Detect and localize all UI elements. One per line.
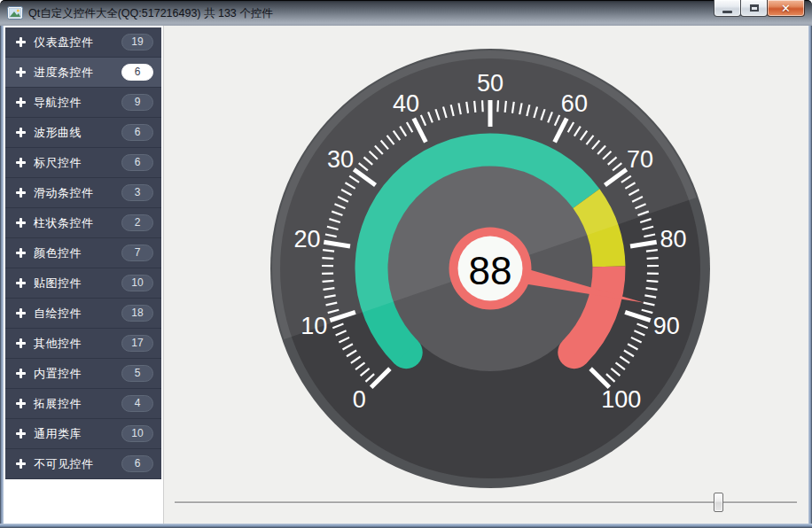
sidebar-item[interactable]: 进度条控件 6: [5, 58, 161, 88]
sidebar-item[interactable]: 颜色控件 7: [5, 238, 161, 268]
window-frame-bottom: [0, 524, 812, 528]
sidebar-item-label: 进度条控件: [34, 65, 94, 81]
sidebar-item[interactable]: 拓展控件 4: [5, 389, 161, 419]
value-slider-track[interactable]: [175, 501, 797, 504]
sidebar-item[interactable]: 柱状条控件 2: [5, 208, 161, 238]
sidebar-item-count-badge: 5: [121, 365, 153, 382]
plus-icon[interactable]: [16, 429, 26, 439]
minimize-button[interactable]: [714, 0, 741, 17]
sidebar-item-label: 内置控件: [34, 366, 82, 382]
gauge-progress-widget: 010203040506070809010088: [270, 49, 710, 488]
sidebar-item-count-badge: 9: [121, 94, 153, 111]
plus-icon[interactable]: [16, 459, 26, 469]
window-frame-right: [808, 26, 812, 528]
sidebar-item[interactable]: 导航控件 9: [5, 88, 161, 118]
plus-icon[interactable]: [16, 128, 26, 137]
sidebar-item-label: 自绘控件: [34, 306, 82, 322]
sidebar-item[interactable]: 不可见控件 6: [5, 449, 161, 479]
sidebar-item[interactable]: 波形曲线 6: [5, 118, 161, 148]
close-button[interactable]: ✕: [767, 0, 805, 17]
value-slider-handle[interactable]: [714, 493, 723, 512]
sidebar-item-label: 波形曲线: [34, 125, 82, 141]
sidebar-item-count-badge: 17: [121, 335, 153, 352]
sidebar-item-count-badge: 6: [121, 124, 153, 141]
plus-icon[interactable]: [16, 158, 26, 167]
maximize-icon: [750, 4, 759, 12]
sidebar-item-label: 拓展控件: [34, 396, 82, 412]
plus-icon[interactable]: [16, 188, 26, 198]
plus-icon[interactable]: [16, 308, 26, 318]
plus-icon[interactable]: [16, 278, 26, 288]
sidebar-item[interactable]: 标尺控件 6: [5, 148, 161, 178]
svg-text:90: 90: [653, 313, 680, 339]
plus-icon[interactable]: [16, 37, 26, 47]
sidebar-item-label: 其他控件: [34, 336, 82, 352]
sidebar-item-label: 颜色控件: [34, 245, 82, 261]
minimize-icon: [722, 11, 732, 13]
svg-text:0: 0: [353, 386, 366, 413]
sidebar-item-count-badge: 19: [121, 34, 153, 50]
sidebar-item-label: 滑动条控件: [34, 185, 94, 201]
app-window: Qt自定义控件大全(QQ:517216493) 共 133 个控件 ✕ 仪表盘控…: [0, 0, 812, 528]
app-icon: [7, 6, 23, 19]
sidebar-item[interactable]: 仪表盘控件 19: [5, 27, 161, 58]
sidebar-item[interactable]: 通用类库 10: [5, 419, 161, 449]
plus-icon[interactable]: [16, 67, 26, 77]
sidebar-item-count-badge: 7: [121, 245, 153, 261]
sidebar-item[interactable]: 其他控件 17: [5, 329, 161, 359]
sidebar-item-label: 不可见控件: [34, 456, 94, 472]
sidebar-item-count-badge: 6: [121, 455, 153, 472]
sidebar-item-label: 仪表盘控件: [34, 35, 94, 50]
window-controls: ✕: [714, 0, 805, 17]
svg-text:100: 100: [601, 386, 641, 413]
close-icon: ✕: [781, 3, 791, 14]
sidebar-item-label: 柱状条控件: [34, 215, 94, 231]
sidebar-item-label: 标尺控件: [34, 155, 82, 171]
sidebar-item-count-badge: 10: [121, 275, 153, 291]
sidebar-item-label: 通用类库: [34, 426, 82, 442]
sidebar-item-count-badge: 3: [121, 184, 153, 201]
sidebar-item-count-badge: 2: [121, 214, 153, 231]
sidebar-item-label: 贴图控件: [34, 276, 82, 291]
sidebar-item[interactable]: 自绘控件 18: [5, 299, 161, 329]
plus-icon[interactable]: [16, 338, 26, 348]
plus-icon[interactable]: [16, 97, 26, 107]
plus-icon[interactable]: [16, 369, 26, 378]
window-content: 仪表盘控件 19 进度条控件 6 导航控件 9 波形曲线 6 标尺控件 6 滑动: [4, 26, 808, 524]
sidebar-item-count-badge: 10: [121, 425, 153, 442]
sidebar-item[interactable]: 滑动条控件 3: [5, 178, 161, 208]
sidebar-category-list: 仪表盘控件 19 进度条控件 6 导航控件 9 波形曲线 6 标尺控件 6 滑动: [4, 26, 164, 524]
window-title: Qt自定义控件大全(QQ:517216493) 共 133 个控件: [28, 0, 273, 26]
sidebar-item-count-badge: 18: [121, 305, 153, 322]
sidebar-item-count-badge: 6: [121, 154, 153, 171]
plus-icon[interactable]: [16, 218, 26, 228]
maximize-button[interactable]: [740, 0, 768, 17]
gauge-value-text: 88: [469, 249, 512, 292]
main-panel: 010203040506070809010088: [164, 26, 808, 524]
plus-icon[interactable]: [16, 399, 26, 408]
sidebar-item-count-badge: 4: [121, 395, 153, 412]
plus-icon[interactable]: [16, 248, 26, 258]
sidebar-item-count-badge: 6: [121, 64, 153, 81]
sidebar-item[interactable]: 贴图控件 10: [5, 268, 161, 299]
sidebar-item[interactable]: 内置控件 5: [5, 359, 161, 389]
sidebar-item-label: 导航控件: [34, 95, 82, 111]
title-bar[interactable]: Qt自定义控件大全(QQ:517216493) 共 133 个控件 ✕: [0, 0, 812, 26]
svg-text:80: 80: [660, 226, 686, 252]
